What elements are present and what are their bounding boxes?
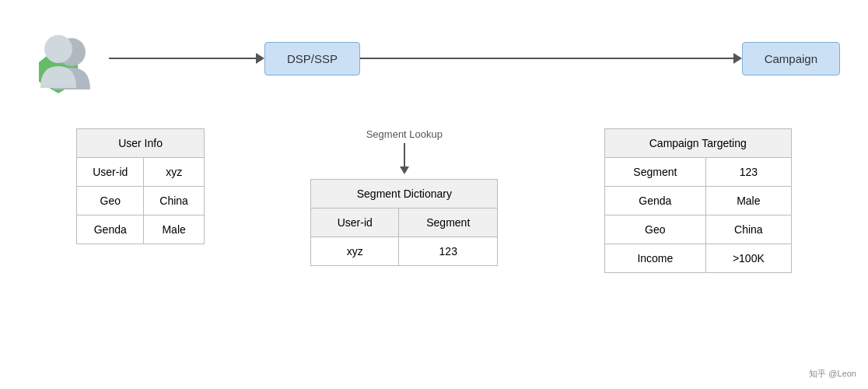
ct-segment-value: 123 xyxy=(705,158,791,187)
svg-point-2 xyxy=(44,35,72,63)
table-row: Geo China xyxy=(604,216,791,244)
ct-segment-label: Segment xyxy=(604,158,705,187)
segment-dict-header: Segment Dictionary xyxy=(311,180,498,209)
seg-dict-userid-value: xyz xyxy=(311,237,399,266)
seg-dict-segment-value: 123 xyxy=(399,237,498,266)
table-row: Geo China xyxy=(77,187,205,216)
segment-dict-col-segment: Segment xyxy=(399,209,498,237)
segment-dictionary-section: Segment Lookup Segment Dictionary User-i… xyxy=(310,128,498,266)
ct-geo-label: Geo xyxy=(604,216,705,244)
ct-geo-value: China xyxy=(705,216,791,244)
ct-income-value: >100K xyxy=(705,244,791,273)
watermark-text: 知乎 @Leon xyxy=(809,369,856,378)
table-row: User-id xyz xyxy=(77,158,205,187)
segment-lookup-label: Segment Lookup xyxy=(366,128,443,140)
ct-genda-label: Genda xyxy=(604,187,705,216)
user-id-value: xyz xyxy=(144,158,205,187)
segment-dictionary-table: Segment Dictionary User-id Segment xyz 1… xyxy=(310,179,498,266)
geo-label: Geo xyxy=(77,187,144,216)
table-row: xyz 123 xyxy=(311,237,498,266)
user-to-dsp-arrow xyxy=(109,53,264,64)
table-row: Genda Male xyxy=(604,187,791,216)
ct-income-label: Income xyxy=(604,244,705,273)
campaign-targeting-header: Campaign Targeting xyxy=(604,129,791,158)
user-info-section: User Info User-id xyz Geo China Genda Ma… xyxy=(76,128,205,244)
dsp-to-campaign-arrow xyxy=(360,53,742,64)
ct-genda-value: Male xyxy=(705,187,791,216)
campaign-label: Campaign xyxy=(765,52,817,65)
watermark: 知乎 @Leon xyxy=(805,366,860,381)
campaign-targeting-table: Campaign Targeting Segment 123 Genda Mal… xyxy=(604,128,792,273)
genda-value: Male xyxy=(144,216,205,244)
segment-lookup-arrow xyxy=(400,143,409,174)
user-info-table: User Info User-id xyz Geo China Genda Ma… xyxy=(76,128,205,244)
campaign-targeting-section: Campaign Targeting Segment 123 Genda Mal… xyxy=(604,128,792,273)
geo-value: China xyxy=(144,187,205,216)
dsp-ssp-box: DSP/SSP xyxy=(264,42,360,75)
diagram-container: DSP/SSP Campaign User Info Use xyxy=(0,0,868,389)
segment-dict-col-userid: User-id xyxy=(311,209,399,237)
user-info-header: User Info xyxy=(77,129,205,158)
table-row: Genda Male xyxy=(77,216,205,244)
user-icon xyxy=(23,19,109,97)
table-row: Income >100K xyxy=(604,244,791,273)
campaign-box: Campaign xyxy=(742,42,840,75)
table-row: Segment 123 xyxy=(604,158,791,187)
tables-row: User Info User-id xyz Geo China Genda Ma… xyxy=(0,128,868,273)
genda-label: Genda xyxy=(77,216,144,244)
dsp-ssp-label: DSP/SSP xyxy=(287,52,338,65)
user-id-label: User-id xyxy=(77,158,144,187)
user-icon-area xyxy=(23,19,109,97)
